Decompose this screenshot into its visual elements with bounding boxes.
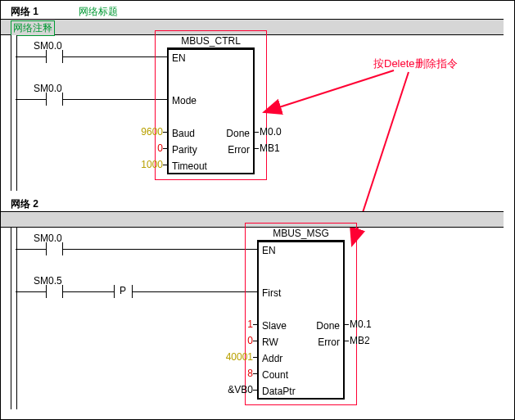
delete-note: 按Delete删除指令 [373,56,458,71]
n2-p-l [114,285,115,298]
network1-subtitle: 网络标题 [79,5,118,19]
fb1-stub-parity [163,148,167,149]
fb1-stub-done [255,132,259,133]
fb1-out-done: M0.0 [260,126,282,138]
n1-contact2-label: SM0.0 [34,83,62,94]
fb2-stub-error [345,341,349,341]
n1-rung1-seg2 [62,56,167,57]
fb2-stub-dptr [253,390,257,391]
fb2-stub-done [345,324,349,325]
n1-rung1-seg1 [16,56,46,57]
n2-contact2-l [46,285,47,298]
network2-rail [11,228,17,409]
n2-contact1-l [46,242,47,255]
fb2-stub-slave [253,324,257,325]
network1-header: 网络 1 网络标题 [1,3,514,19]
n1-contact1-label: SM0.0 [34,40,62,52]
n1-contact1-l [46,50,47,63]
n1-rung2-seg2 [62,99,167,100]
fb1-stub-error [255,148,259,149]
fb1-out-error: MB1 [260,142,280,154]
fb1-stub-timeout [163,165,167,165]
canvas: 网络 1 网络标题 网络注释 SM0.0 SM0.0 MBUS_CTRL EN … [0,0,515,420]
n2-p-label: P [120,285,126,296]
n2-contact2-label: SM0.5 [34,275,62,287]
n2-rung2-seg3 [132,291,257,292]
fb2-val-dptr: &VB0 [220,384,253,395]
svg-line-0 [279,70,394,107]
fb2-out-done: M0.1 [350,318,372,330]
n2-contact1-label: SM0.0 [34,233,62,244]
fb2-val-rw: 0 [220,335,253,346]
network1-label: 网络 1 [11,5,38,19]
network2-header: 网络 2 [1,196,514,211]
n2-rung1-seg1 [16,249,46,250]
network1-rail [11,35,17,191]
fb1-val-parity: 0 [130,142,163,154]
network2-label: 网络 2 [11,197,38,211]
fb1-title-underline [167,47,255,48]
n1-contact2-l [46,93,47,106]
n2-rung1-seg2 [62,249,257,250]
n1-rung2-seg1 [16,99,46,100]
fb2-val-count: 8 [220,368,253,379]
fb2-val-addr: 40001 [220,351,253,363]
fb1-selection[interactable] [155,30,267,180]
fb1-val-baud: 9600 [130,126,163,138]
fb2-val-slave: 1 [220,318,253,330]
fb2-selection[interactable] [245,223,357,405]
n2-rung2-seg1 [16,291,46,292]
fb2-title-underline [257,240,345,241]
fb2-out-error: MB2 [350,335,370,346]
fb1-stub-baud [163,132,167,133]
fb2-stub-addr [253,357,257,358]
fb2-stub-rw [253,341,257,341]
network1-comment[interactable]: 网络注释 [11,20,55,36]
fb1-val-timeout: 1000 [130,159,163,170]
n2-rung2-seg2 [62,291,114,292]
fb2-stub-count [253,373,257,374]
